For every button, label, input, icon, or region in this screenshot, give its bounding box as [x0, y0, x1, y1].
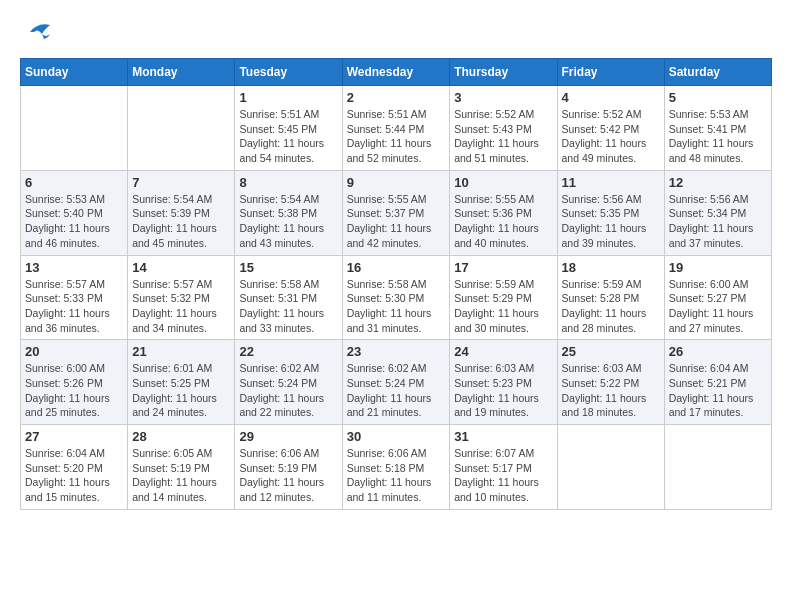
day-info: Sunrise: 5:53 AMSunset: 5:41 PMDaylight:…	[669, 107, 767, 166]
page-header	[20, 20, 772, 42]
calendar-cell: 3Sunrise: 5:52 AMSunset: 5:43 PMDaylight…	[450, 86, 557, 171]
day-info: Sunrise: 5:56 AMSunset: 5:34 PMDaylight:…	[669, 192, 767, 251]
calendar-cell: 13Sunrise: 5:57 AMSunset: 5:33 PMDayligh…	[21, 255, 128, 340]
calendar-cell: 14Sunrise: 5:57 AMSunset: 5:32 PMDayligh…	[128, 255, 235, 340]
calendar-cell: 5Sunrise: 5:53 AMSunset: 5:41 PMDaylight…	[664, 86, 771, 171]
day-number: 11	[562, 175, 660, 190]
day-number: 2	[347, 90, 446, 105]
day-number: 12	[669, 175, 767, 190]
day-number: 20	[25, 344, 123, 359]
day-info: Sunrise: 6:00 AMSunset: 5:27 PMDaylight:…	[669, 277, 767, 336]
calendar-cell: 4Sunrise: 5:52 AMSunset: 5:42 PMDaylight…	[557, 86, 664, 171]
calendar-header-sunday: Sunday	[21, 59, 128, 86]
day-info: Sunrise: 6:03 AMSunset: 5:22 PMDaylight:…	[562, 361, 660, 420]
calendar-cell: 7Sunrise: 5:54 AMSunset: 5:39 PMDaylight…	[128, 170, 235, 255]
logo-combined	[20, 20, 54, 42]
day-number: 24	[454, 344, 552, 359]
day-info: Sunrise: 5:52 AMSunset: 5:43 PMDaylight:…	[454, 107, 552, 166]
day-info: Sunrise: 5:58 AMSunset: 5:30 PMDaylight:…	[347, 277, 446, 336]
day-number: 19	[669, 260, 767, 275]
day-info: Sunrise: 6:07 AMSunset: 5:17 PMDaylight:…	[454, 446, 552, 505]
day-info: Sunrise: 5:54 AMSunset: 5:39 PMDaylight:…	[132, 192, 230, 251]
calendar-cell	[557, 425, 664, 510]
day-number: 8	[239, 175, 337, 190]
day-number: 30	[347, 429, 446, 444]
day-info: Sunrise: 5:58 AMSunset: 5:31 PMDaylight:…	[239, 277, 337, 336]
day-info: Sunrise: 6:06 AMSunset: 5:18 PMDaylight:…	[347, 446, 446, 505]
day-info: Sunrise: 6:06 AMSunset: 5:19 PMDaylight:…	[239, 446, 337, 505]
calendar-header-saturday: Saturday	[664, 59, 771, 86]
calendar-cell	[128, 86, 235, 171]
calendar-cell: 1Sunrise: 5:51 AMSunset: 5:45 PMDaylight…	[235, 86, 342, 171]
day-number: 4	[562, 90, 660, 105]
day-number: 17	[454, 260, 552, 275]
calendar-week-row: 13Sunrise: 5:57 AMSunset: 5:33 PMDayligh…	[21, 255, 772, 340]
calendar-week-row: 1Sunrise: 5:51 AMSunset: 5:45 PMDaylight…	[21, 86, 772, 171]
day-info: Sunrise: 5:55 AMSunset: 5:36 PMDaylight:…	[454, 192, 552, 251]
calendar-cell: 16Sunrise: 5:58 AMSunset: 5:30 PMDayligh…	[342, 255, 450, 340]
calendar-cell: 15Sunrise: 5:58 AMSunset: 5:31 PMDayligh…	[235, 255, 342, 340]
calendar-header-monday: Monday	[128, 59, 235, 86]
calendar-header-row: SundayMondayTuesdayWednesdayThursdayFrid…	[21, 59, 772, 86]
day-info: Sunrise: 6:04 AMSunset: 5:21 PMDaylight:…	[669, 361, 767, 420]
day-info: Sunrise: 6:03 AMSunset: 5:23 PMDaylight:…	[454, 361, 552, 420]
calendar-cell: 25Sunrise: 6:03 AMSunset: 5:22 PMDayligh…	[557, 340, 664, 425]
calendar-cell: 12Sunrise: 5:56 AMSunset: 5:34 PMDayligh…	[664, 170, 771, 255]
calendar-header-friday: Friday	[557, 59, 664, 86]
calendar-header-wednesday: Wednesday	[342, 59, 450, 86]
day-number: 28	[132, 429, 230, 444]
day-info: Sunrise: 5:57 AMSunset: 5:33 PMDaylight:…	[25, 277, 123, 336]
day-number: 9	[347, 175, 446, 190]
day-number: 10	[454, 175, 552, 190]
calendar-cell: 24Sunrise: 6:03 AMSunset: 5:23 PMDayligh…	[450, 340, 557, 425]
logo	[20, 20, 54, 42]
day-number: 13	[25, 260, 123, 275]
logo-bird-icon	[22, 20, 54, 42]
calendar-header-tuesday: Tuesday	[235, 59, 342, 86]
day-info: Sunrise: 6:05 AMSunset: 5:19 PMDaylight:…	[132, 446, 230, 505]
day-info: Sunrise: 5:56 AMSunset: 5:35 PMDaylight:…	[562, 192, 660, 251]
day-number: 5	[669, 90, 767, 105]
day-number: 31	[454, 429, 552, 444]
calendar-cell: 11Sunrise: 5:56 AMSunset: 5:35 PMDayligh…	[557, 170, 664, 255]
calendar-cell: 8Sunrise: 5:54 AMSunset: 5:38 PMDaylight…	[235, 170, 342, 255]
day-info: Sunrise: 5:51 AMSunset: 5:44 PMDaylight:…	[347, 107, 446, 166]
calendar-cell: 18Sunrise: 5:59 AMSunset: 5:28 PMDayligh…	[557, 255, 664, 340]
day-number: 1	[239, 90, 337, 105]
calendar-header-thursday: Thursday	[450, 59, 557, 86]
day-info: Sunrise: 6:00 AMSunset: 5:26 PMDaylight:…	[25, 361, 123, 420]
day-info: Sunrise: 5:54 AMSunset: 5:38 PMDaylight:…	[239, 192, 337, 251]
calendar-cell: 31Sunrise: 6:07 AMSunset: 5:17 PMDayligh…	[450, 425, 557, 510]
day-number: 14	[132, 260, 230, 275]
calendar-cell: 23Sunrise: 6:02 AMSunset: 5:24 PMDayligh…	[342, 340, 450, 425]
calendar-cell: 27Sunrise: 6:04 AMSunset: 5:20 PMDayligh…	[21, 425, 128, 510]
calendar-cell: 28Sunrise: 6:05 AMSunset: 5:19 PMDayligh…	[128, 425, 235, 510]
calendar-cell: 29Sunrise: 6:06 AMSunset: 5:19 PMDayligh…	[235, 425, 342, 510]
day-number: 22	[239, 344, 337, 359]
calendar-cell: 6Sunrise: 5:53 AMSunset: 5:40 PMDaylight…	[21, 170, 128, 255]
day-info: Sunrise: 5:57 AMSunset: 5:32 PMDaylight:…	[132, 277, 230, 336]
calendar-cell: 20Sunrise: 6:00 AMSunset: 5:26 PMDayligh…	[21, 340, 128, 425]
day-info: Sunrise: 5:55 AMSunset: 5:37 PMDaylight:…	[347, 192, 446, 251]
calendar-week-row: 20Sunrise: 6:00 AMSunset: 5:26 PMDayligh…	[21, 340, 772, 425]
calendar-cell: 2Sunrise: 5:51 AMSunset: 5:44 PMDaylight…	[342, 86, 450, 171]
day-info: Sunrise: 5:59 AMSunset: 5:29 PMDaylight:…	[454, 277, 552, 336]
calendar-cell	[664, 425, 771, 510]
calendar-cell: 19Sunrise: 6:00 AMSunset: 5:27 PMDayligh…	[664, 255, 771, 340]
day-info: Sunrise: 5:52 AMSunset: 5:42 PMDaylight:…	[562, 107, 660, 166]
day-number: 27	[25, 429, 123, 444]
day-number: 21	[132, 344, 230, 359]
day-number: 23	[347, 344, 446, 359]
day-info: Sunrise: 6:04 AMSunset: 5:20 PMDaylight:…	[25, 446, 123, 505]
calendar-cell: 22Sunrise: 6:02 AMSunset: 5:24 PMDayligh…	[235, 340, 342, 425]
day-info: Sunrise: 6:02 AMSunset: 5:24 PMDaylight:…	[347, 361, 446, 420]
day-number: 18	[562, 260, 660, 275]
day-number: 29	[239, 429, 337, 444]
calendar-cell: 30Sunrise: 6:06 AMSunset: 5:18 PMDayligh…	[342, 425, 450, 510]
day-number: 6	[25, 175, 123, 190]
day-info: Sunrise: 5:53 AMSunset: 5:40 PMDaylight:…	[25, 192, 123, 251]
day-info: Sunrise: 5:51 AMSunset: 5:45 PMDaylight:…	[239, 107, 337, 166]
calendar-cell: 10Sunrise: 5:55 AMSunset: 5:36 PMDayligh…	[450, 170, 557, 255]
calendar-cell: 21Sunrise: 6:01 AMSunset: 5:25 PMDayligh…	[128, 340, 235, 425]
day-number: 7	[132, 175, 230, 190]
